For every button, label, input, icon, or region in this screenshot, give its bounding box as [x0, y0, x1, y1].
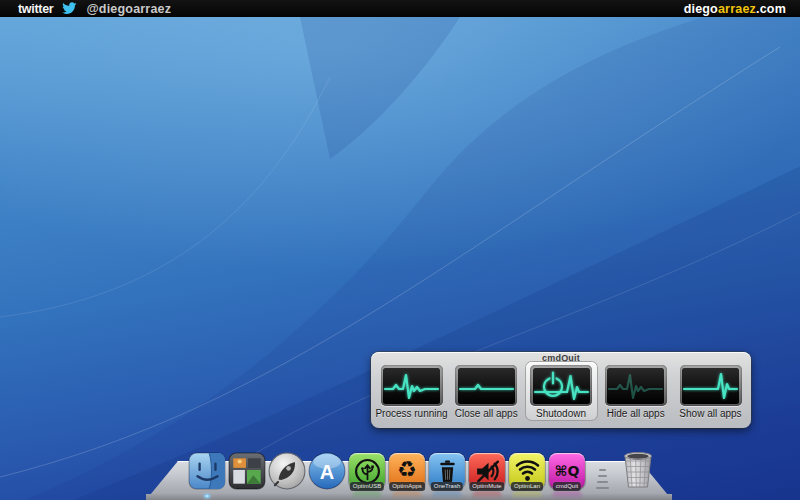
- dock-item-optimapps[interactable]: ♻ OptimApps: [388, 452, 426, 490]
- dock-item-optimlan[interactable]: OptimLan: [508, 452, 546, 490]
- desktop-screen: twitter @diegoarraez diegoarraez.com cmd…: [0, 0, 800, 500]
- dock-label: OptimUSB: [350, 482, 384, 491]
- twitter-credit: twitter @diegoarraez: [0, 2, 171, 16]
- finder-icon: [188, 452, 226, 490]
- ekg-flatline-blip-icon: [455, 365, 517, 406]
- tile-close-all-apps[interactable]: Close all apps: [451, 362, 522, 420]
- wire-trash-basket-icon: [618, 448, 658, 490]
- dock-item-launcher[interactable]: [268, 452, 306, 490]
- dock-separator: [596, 469, 609, 489]
- site-diego: diego: [684, 2, 718, 16]
- cmdquit-bezel-panel: cmdQuit Process running Close all apps: [371, 352, 751, 428]
- twitter-handle: @diegoarraez: [86, 2, 171, 16]
- action-tiles: Process running Close all apps Shutodown: [376, 362, 746, 420]
- ekg-heartbeat-icon: [381, 365, 443, 406]
- dock-label: OneTrash: [431, 482, 463, 491]
- tile-label: Hide all apps: [607, 408, 665, 419]
- dock-item-gallery[interactable]: [228, 452, 266, 490]
- tile-label: Shutodown: [536, 408, 586, 419]
- dock-item-finder[interactable]: [188, 452, 226, 490]
- twitter-wordmark: twitter: [18, 2, 53, 16]
- dock-label: OptimMute: [469, 482, 504, 491]
- tile-label: Process running: [375, 408, 447, 419]
- tile-label: Close all apps: [455, 408, 518, 419]
- dock-item-optimmute[interactable]: OptimMute: [468, 452, 506, 490]
- dock-item-onetrash[interactable]: OneTrash: [428, 452, 466, 490]
- media-gallery-icon: [228, 452, 266, 490]
- dock-shelf-front-edge: [146, 494, 672, 500]
- site-arraez: arraez: [718, 2, 756, 16]
- dock-item-optimusb[interactable]: OptimUSB: [348, 452, 386, 490]
- dock-item-trash[interactable]: [618, 448, 658, 490]
- app-store-icon: A: [308, 452, 346, 490]
- dock-item-cmdquit[interactable]: ⌘Q cmdQuit: [548, 452, 586, 490]
- twitter-bird-icon: [62, 2, 77, 15]
- dock-label: OptimApps: [389, 482, 425, 491]
- top-banner: twitter @diegoarraez diegoarraez.com: [0, 0, 800, 17]
- site-tld: .com: [756, 2, 786, 16]
- svg-text:A: A: [320, 461, 334, 483]
- ekg-heartbeat-dim-icon: [605, 365, 667, 406]
- running-indicator: [204, 494, 210, 498]
- tile-shutdown[interactable]: Shutodown: [526, 362, 597, 420]
- dock-label: OptimLan: [511, 482, 543, 491]
- ekg-spike-right-icon: [680, 365, 742, 406]
- rocket-icon: [268, 452, 306, 490]
- dock: A OptimUSB ♻ OptimApps: [188, 448, 658, 490]
- tile-label: Show all apps: [679, 408, 741, 419]
- tile-hide-all-apps[interactable]: Hide all apps: [600, 362, 671, 420]
- dock-label: cmdQuit: [553, 482, 581, 491]
- ekg-power-symbol-icon: [530, 365, 592, 406]
- tile-process-running[interactable]: Process running: [376, 362, 447, 420]
- dock-item-app-store[interactable]: A: [308, 452, 346, 490]
- tile-show-all-apps[interactable]: Show all apps: [675, 362, 746, 420]
- website-credit: diegoarraez.com: [684, 2, 800, 16]
